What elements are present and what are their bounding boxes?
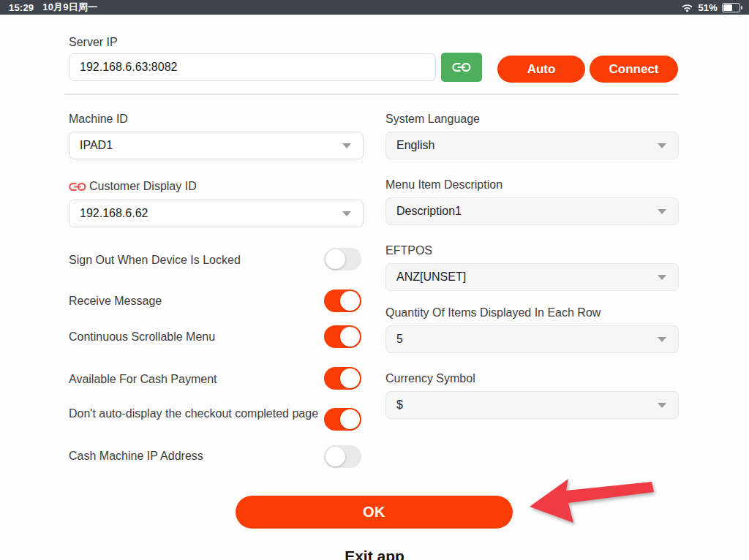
auto-button[interactable]: Auto (497, 56, 585, 83)
divider (64, 94, 679, 95)
wifi-icon (681, 3, 693, 12)
eftpos-value: ANZ[UNSET] (396, 270, 466, 284)
customer-display-label: Customer Display ID (89, 180, 197, 193)
toggle-label-scrollable-menu: Continuous Scrollable Menu (69, 330, 215, 344)
chevron-down-icon (658, 143, 666, 148)
settings-screen: 15:29 10月9日周一 51% Server IP 192.168.6.63… (0, 0, 749, 560)
toggle-no-auto-display[interactable] (324, 408, 361, 431)
quantity-per-row-dropdown[interactable]: 5 (385, 325, 679, 353)
toggle-sign-out[interactable] (324, 248, 361, 270)
toggle-label-cash-machine-ip: Cash Machine IP Address (69, 450, 203, 463)
status-date: 10月9日周一 (42, 1, 97, 14)
chevron-down-icon (658, 275, 666, 280)
exit-app-button[interactable]: Exit app (0, 548, 749, 560)
customer-display-label-row: Customer Display ID (69, 180, 197, 193)
link-button[interactable] (441, 53, 482, 82)
chevron-down-icon (658, 209, 666, 214)
toggle-label-receive-message: Receive Message (69, 295, 162, 308)
machine-id-dropdown[interactable]: IPAD1 (69, 132, 364, 159)
chevron-down-icon (658, 403, 666, 408)
toggle-cash-machine-ip[interactable] (324, 445, 361, 468)
server-ip-label: Server IP (69, 36, 118, 49)
connect-button[interactable]: Connect (590, 56, 678, 83)
toggle-knob (340, 291, 360, 311)
toggle-knob (340, 327, 360, 347)
link-icon (452, 62, 471, 72)
battery-percent: 51% (698, 2, 718, 13)
chevron-down-icon (342, 211, 351, 216)
server-ip-value: 192.168.6.63:8082 (80, 61, 177, 74)
toggle-label-cash-payment: Available For Cash Payment (69, 373, 217, 386)
eftpos-dropdown[interactable]: ANZ[UNSET] (385, 263, 679, 291)
toggle-knob (340, 368, 360, 388)
menu-item-description-value: Description1 (396, 205, 462, 218)
currency-symbol-value: $ (396, 398, 403, 412)
system-language-dropdown[interactable]: English (385, 132, 679, 159)
menu-item-description-label: Menu Item Description (385, 178, 503, 192)
customer-display-value: 192.168.6.62 (80, 207, 148, 220)
machine-id-value: IPAD1 (80, 139, 113, 152)
toggle-cash-payment[interactable] (324, 367, 361, 390)
arrow-pointer-icon (522, 472, 664, 529)
toggle-label-sign-out: Sign Out When Device Is Locked (69, 254, 241, 267)
quantity-per-row-label: Quantity Of Items Displayed In Each Row (385, 306, 601, 319)
status-bar: 15:29 10月9日周一 51% (0, 0, 749, 15)
toggle-receive-message[interactable] (324, 290, 361, 312)
toggle-label-no-auto-display: Don't auto-display the checkout complete… (69, 406, 322, 421)
toggle-knob (325, 249, 345, 269)
server-ip-input[interactable]: 192.168.6.63:8082 (69, 53, 436, 81)
quantity-per-row-value: 5 (396, 333, 403, 346)
currency-symbol-dropdown[interactable]: $ (385, 391, 679, 419)
ok-button[interactable]: OK (236, 496, 513, 529)
link-icon (69, 182, 86, 192)
menu-item-description-dropdown[interactable]: Description1 (385, 197, 679, 225)
status-time: 15:29 (9, 2, 34, 13)
toggle-scrollable-menu[interactable] (324, 325, 361, 348)
chevron-down-icon (658, 337, 666, 342)
battery-icon (722, 3, 740, 12)
toggle-knob (325, 447, 345, 466)
toggle-knob (340, 409, 360, 429)
system-language-label: System Language (385, 113, 480, 126)
currency-symbol-label: Currency Symbol (385, 372, 475, 385)
system-language-value: English (396, 139, 434, 152)
customer-display-dropdown[interactable]: 192.168.6.62 (69, 200, 364, 227)
eftpos-label: EFTPOS (385, 244, 432, 257)
machine-id-label: Machine ID (69, 113, 128, 126)
chevron-down-icon (342, 143, 351, 148)
